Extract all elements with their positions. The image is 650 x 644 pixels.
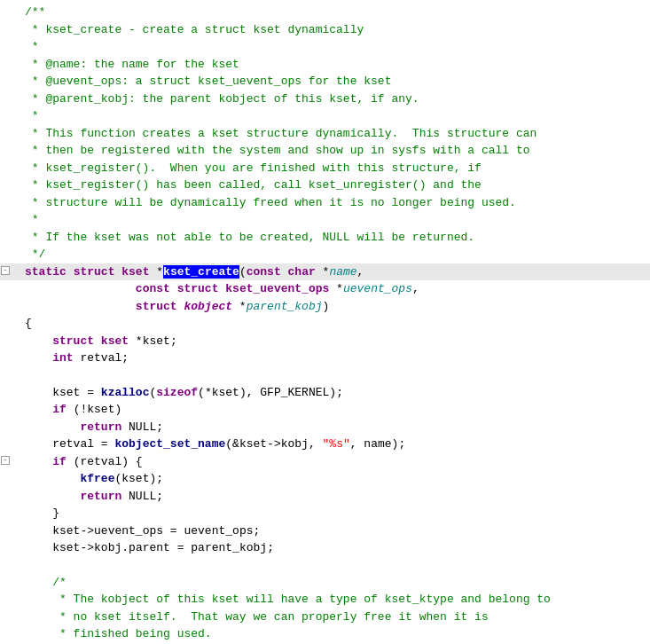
line-text: * @uevent_ops: a struct kset_uevent_ops … [12,73,391,90]
code-line: * @uevent_ops: a struct kset_uevent_ops … [0,73,650,90]
line-text: struct kset *kset; [12,333,177,350]
line-text: if (retval) { [12,453,143,471]
line-text: * @name: the name for the kset [12,56,239,74]
code-container: /** * kset_create - create a struct kset… [0,0,650,644]
code-line: int retval; [0,349,650,367]
line-text: kset->kobj.parent = parent_kobj; [12,539,274,557]
fold-icon[interactable]: - [1,266,10,275]
code-line: * kset_register(). When you are finished… [0,160,650,177]
line-text: if (!kset) [12,401,121,419]
code-line: retval = kobject_set_name(&kset->kobj, "… [0,436,650,453]
line-text: * The kobject of this kset will have a t… [12,591,551,609]
line-text: /* [12,574,67,592]
code-line: * kset_register() has been called, call … [0,177,650,194]
code-line: const struct kset_uevent_ops *uevent_ops… [0,280,650,298]
line-text: kfree(kset); [12,470,163,488]
line-gutter[interactable]: - [0,453,12,471]
code-line: * then be registered with the system and… [0,142,650,160]
code-line: * [0,38,650,56]
code-line: struct kset *kset; [0,333,650,350]
line-text: * [12,211,39,229]
line-text: * This function creates a kset structure… [12,125,536,143]
code-line: kset = kzalloc(sizeof(*kset), GFP_KERNEL… [0,384,650,402]
line-text: struct kobject *parent_kobj) [12,298,329,316]
code-line: * [0,107,650,125]
code-line: * no kset itself. That way we can proper… [0,609,650,626]
code-line: kset->uevent_ops = uevent_ops; [0,522,650,540]
line-text: * kset_create - create a struct kset dyn… [12,21,364,39]
line-text: return NULL; [12,488,163,506]
code-line: - if (retval) { [0,453,650,471]
code-line: * [0,211,650,229]
line-text: * no kset itself. That way we can proper… [12,609,489,626]
code-line: { [0,315,650,333]
code-line: * @parent_kobj: the parent kobject of th… [0,90,650,108]
code-line: * This function creates a kset structure… [0,125,650,143]
code-line: return NULL; [0,488,650,506]
line-text: * kset_register(). When you are finished… [12,160,482,177]
fold-icon[interactable]: - [1,456,10,465]
line-text: * structure will be dynamically freed wh… [12,194,516,212]
line-text: } [12,505,59,522]
code-line: * kset_create - create a struct kset dyn… [0,21,650,39]
line-text: { [12,315,32,333]
line-text: /** [12,4,45,21]
line-gutter[interactable]: - [0,263,12,281]
code-line: * structure will be dynamically freed wh… [0,194,650,212]
code-line: -static struct kset *kset_create(const c… [0,263,650,281]
line-text: * If the kset was not able to be created… [12,229,474,247]
line-text: */ [12,246,45,263]
line-text: * [12,107,39,125]
line-text: static struct kset *kset_create(const ch… [12,263,364,281]
line-text: * @parent_kobj: the parent kobject of th… [12,90,419,108]
code-line: /** [0,4,650,21]
code-line: */ [0,246,650,263]
code-line: kfree(kset); [0,470,650,488]
line-text: kset = kzalloc(sizeof(*kset), GFP_KERNEL… [12,384,343,402]
code-line: /* [0,574,650,592]
code-line: if (!kset) [0,401,650,419]
code-line: } [0,505,650,522]
line-text: const struct kset_uevent_ops *uevent_ops… [12,280,419,298]
code-line: struct kobject *parent_kobj) [0,298,650,316]
line-text: retval = kobject_set_name(&kset->kobj, "… [12,436,405,453]
code-line [0,367,650,384]
line-text: * finished being used. [12,625,212,643]
line-text: return NULL; [12,419,163,436]
line-text: * kset_register() has been called, call … [12,177,482,194]
code-line: * The kobject of this kset will have a t… [0,591,650,609]
code-line: * finished being used. [0,625,650,643]
code-line: * If the kset was not able to be created… [0,229,650,247]
line-text: kset->uevent_ops = uevent_ops; [12,522,260,540]
code-line [0,557,650,574]
code-line: return NULL; [0,419,650,436]
line-text: * [12,38,39,56]
line-text: * then be registered with the system and… [12,142,530,160]
code-line: * @name: the name for the kset [0,56,650,74]
code-line: kset->kobj.parent = parent_kobj; [0,539,650,557]
line-text: int retval; [12,349,129,367]
